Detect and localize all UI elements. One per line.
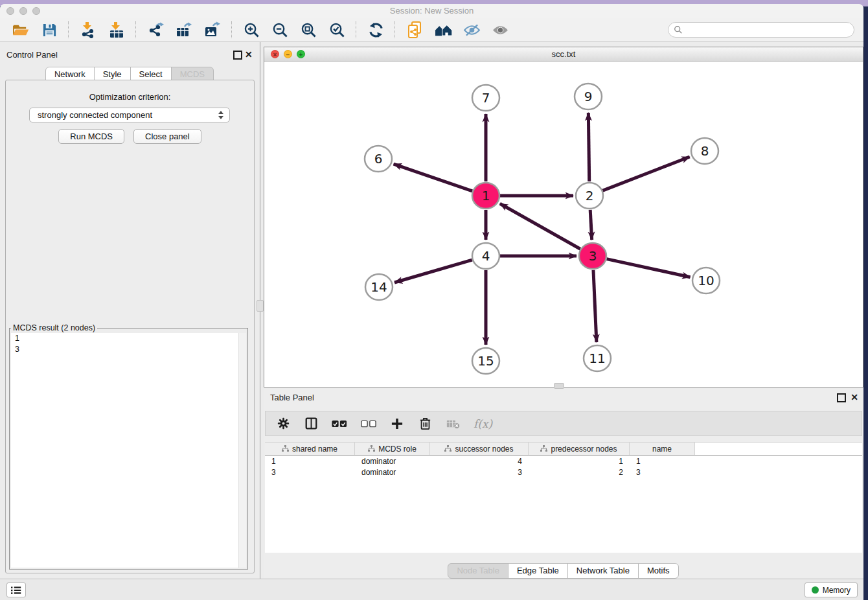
hierarchy-icon <box>540 445 547 452</box>
refresh-button[interactable] <box>367 21 385 39</box>
graph-node-6[interactable]: 6 <box>365 146 392 172</box>
export-network-button[interactable] <box>146 21 165 39</box>
column-header-name[interactable]: name <box>630 443 695 455</box>
home-layout-button[interactable] <box>434 21 452 39</box>
cell-MCDS-role[interactable]: dominator <box>355 467 430 478</box>
graph-edge-3-10[interactable] <box>606 259 690 277</box>
mcds-result-title: MCDS result (2 nodes) <box>11 323 97 332</box>
task-history-button[interactable] <box>6 583 26 597</box>
column-header-MCDS-role[interactable]: MCDS role <box>355 443 430 455</box>
tab-motifs[interactable]: Motifs <box>638 563 679 579</box>
graph-node-7[interactable]: 7 <box>472 85 499 111</box>
mcds-result-group: MCDS result (2 nodes) 13 <box>9 323 248 570</box>
function-builder-button[interactable]: f(x) <box>474 415 492 433</box>
tab-node-table[interactable]: Node Table <box>448 563 508 579</box>
cell-shared-name[interactable]: 1 <box>265 456 355 467</box>
app-titlebar: Session: New Session <box>0 4 863 19</box>
cell-MCDS-role[interactable]: dominator <box>355 456 430 467</box>
cell-predecessor-nodes[interactable]: 2 <box>529 467 630 478</box>
column-header-predecessor-nodes[interactable]: predecessor nodes <box>529 443 630 455</box>
graph-edge-3-11[interactable] <box>593 270 597 342</box>
graph-node-2[interactable]: 2 <box>576 183 603 209</box>
memory-label: Memory <box>823 586 851 595</box>
table-settings-button[interactable] <box>276 415 290 433</box>
graph-edge-2-9[interactable] <box>588 113 589 181</box>
criterion-value: strongly connected component <box>38 110 152 120</box>
table-splitter-handle[interactable] <box>554 383 564 389</box>
trash-icon <box>420 417 431 430</box>
graph-node-10[interactable]: 10 <box>692 268 720 294</box>
memory-status-icon <box>812 586 819 594</box>
table-panel-close-button[interactable]: ✕ <box>851 393 858 402</box>
graph-node-8[interactable]: 8 <box>691 138 718 164</box>
graph-edge-1-6[interactable] <box>394 164 473 191</box>
graph-node-14[interactable]: 14 <box>365 274 393 300</box>
panel-splitter-handle[interactable] <box>257 300 264 312</box>
show-all-button[interactable] <box>491 21 509 39</box>
zoom-selected-button[interactable] <box>328 21 346 39</box>
import-table-button[interactable] <box>108 21 126 39</box>
delete-column-button[interactable] <box>418 415 432 433</box>
memory-button[interactable]: Memory <box>805 583 858 597</box>
control-panel: Control Panel ✕ NetworkStyleSelectMCDS O… <box>0 42 260 579</box>
mcds-result-node: 1 <box>11 333 246 344</box>
clone-network-button[interactable] <box>405 21 424 39</box>
graph-edge-4-14[interactable] <box>394 260 472 283</box>
graph-node-label: 1 <box>482 188 490 203</box>
graph-node-15[interactable]: 15 <box>472 348 499 374</box>
search-box <box>668 22 854 38</box>
export-table-button[interactable] <box>175 21 193 39</box>
import-table-icon <box>108 21 125 38</box>
cell-successor-nodes[interactable]: 4 <box>430 456 529 467</box>
table-panel-float-button[interactable] <box>837 393 846 402</box>
close-panel-button[interactable]: Close panel <box>133 129 201 144</box>
zoom-in-button[interactable] <box>242 21 260 39</box>
column-header-successor-nodes[interactable]: successor nodes <box>430 443 529 455</box>
zoom-fit-button[interactable] <box>299 21 317 39</box>
deselect-all-button[interactable] <box>361 415 376 433</box>
select-all-button[interactable] <box>332 415 347 433</box>
cell-successor-nodes[interactable]: 3 <box>430 467 529 478</box>
tab-edge-table[interactable]: Edge Table <box>508 563 568 579</box>
graph-edge-2-8[interactable] <box>603 157 690 190</box>
graph-edge-2-3[interactable] <box>590 210 591 240</box>
refresh-icon <box>368 22 384 38</box>
cell-predecessor-nodes[interactable]: 1 <box>529 456 630 467</box>
search-input[interactable] <box>686 25 854 36</box>
export-image-button[interactable] <box>203 21 222 39</box>
graph-node-9[interactable]: 9 <box>575 84 602 110</box>
graph-node-4[interactable]: 4 <box>472 243 499 269</box>
cell-name[interactable]: 1 <box>630 456 695 467</box>
graph-node-1[interactable]: 1 <box>472 183 499 209</box>
criterion-select[interactable]: strongly connected component <box>29 108 230 122</box>
run-mcds-button[interactable]: Run MCDS <box>58 129 124 144</box>
toolbar-separator <box>231 21 233 38</box>
cell-name[interactable]: 3 <box>630 467 695 478</box>
delete-table-icon <box>446 419 460 429</box>
eye-slash-icon <box>463 23 481 37</box>
toolbar-separator <box>135 21 137 38</box>
tab-network-table[interactable]: Network Table <box>567 563 639 579</box>
control-panel-float-button[interactable] <box>233 51 242 60</box>
open-session-button[interactable] <box>12 21 30 39</box>
zoom-out-button[interactable] <box>271 21 289 39</box>
network-view-window: × − + scc.txt 7968124314101511 <box>264 47 863 387</box>
graph-node-11[interactable]: 11 <box>584 345 611 371</box>
graph-node-3[interactable]: 3 <box>579 243 606 269</box>
show-column-panel-button[interactable] <box>304 415 318 433</box>
graph-edge-3-1[interactable] <box>500 203 580 249</box>
hide-selected-button[interactable] <box>463 21 481 39</box>
graph-node-label: 11 <box>589 351 605 366</box>
network-window-titlebar[interactable]: × − + scc.txt <box>264 47 863 62</box>
import-network-button[interactable] <box>79 21 97 39</box>
delete-table-button[interactable] <box>446 415 460 433</box>
table-panel-title: Table Panel <box>270 393 314 402</box>
save-session-button[interactable] <box>40 21 58 39</box>
mcds-result-node: 3 <box>11 344 246 355</box>
main-toolbar <box>0 18 863 42</box>
network-canvas[interactable]: 7968124314101511 <box>264 61 863 387</box>
add-column-button[interactable] <box>390 415 404 433</box>
cell-shared-name[interactable]: 3 <box>265 467 355 478</box>
column-header-shared-name[interactable]: shared name <box>265 443 355 455</box>
control-panel-close-button[interactable]: ✕ <box>245 50 253 59</box>
